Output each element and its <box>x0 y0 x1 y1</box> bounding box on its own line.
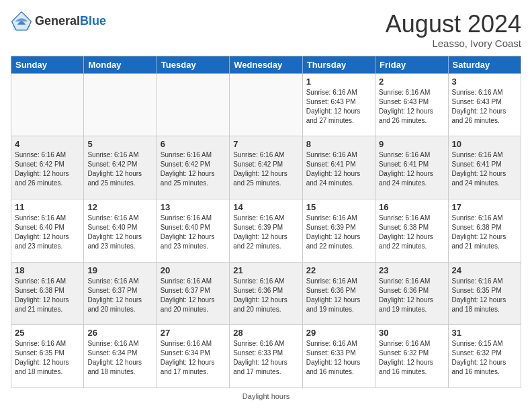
calendar-header-row: Sunday Monday Tuesday Wednesday Thursday… <box>11 56 521 73</box>
day-number: 1 <box>306 77 371 87</box>
location: Leasso, Ivory Coast <box>386 38 521 49</box>
day-info: Sunrise: 6:16 AM Sunset: 6:42 PM Dayligh… <box>87 150 152 188</box>
table-row: 7Sunrise: 6:16 AM Sunset: 6:42 PM Daylig… <box>230 136 302 199</box>
day-number: 18 <box>15 265 80 275</box>
day-info: Sunrise: 6:16 AM Sunset: 6:36 PM Dayligh… <box>379 277 444 314</box>
col-sunday: Sunday <box>11 56 84 73</box>
table-row: 20Sunrise: 6:16 AM Sunset: 6:37 PM Dayli… <box>157 262 229 325</box>
day-info: Sunrise: 6:16 AM Sunset: 6:41 PM Dayligh… <box>379 150 444 188</box>
day-info: Sunrise: 6:16 AM Sunset: 6:32 PM Dayligh… <box>379 339 444 377</box>
calendar-week-row: 18Sunrise: 6:16 AM Sunset: 6:38 PM Dayli… <box>11 262 521 325</box>
day-number: 30 <box>379 328 444 338</box>
day-info: Sunrise: 6:16 AM Sunset: 6:34 PM Dayligh… <box>161 339 226 377</box>
table-row: 5Sunrise: 6:16 AM Sunset: 6:42 PM Daylig… <box>84 136 157 199</box>
table-row: 15Sunrise: 6:16 AM Sunset: 6:39 PM Dayli… <box>302 199 375 262</box>
table-row: 10Sunrise: 6:16 AM Sunset: 6:41 PM Dayli… <box>448 136 521 199</box>
day-number: 19 <box>87 265 152 275</box>
calendar-table: Sunday Monday Tuesday Wednesday Thursday… <box>11 56 521 388</box>
title-block: August 2024 Leasso, Ivory Coast <box>386 11 521 49</box>
table-row: 22Sunrise: 6:16 AM Sunset: 6:36 PM Dayli… <box>302 262 375 325</box>
day-number: 15 <box>306 202 371 212</box>
day-number: 6 <box>161 139 226 149</box>
day-number: 29 <box>306 328 371 338</box>
calendar-week-row: 1Sunrise: 6:16 AM Sunset: 6:43 PM Daylig… <box>11 73 521 136</box>
day-info: Sunrise: 6:16 AM Sunset: 6:38 PM Dayligh… <box>15 277 80 314</box>
table-row: 11Sunrise: 6:16 AM Sunset: 6:40 PM Dayli… <box>11 199 84 262</box>
day-info: Sunrise: 6:16 AM Sunset: 6:42 PM Dayligh… <box>233 150 298 188</box>
table-row: 9Sunrise: 6:16 AM Sunset: 6:41 PM Daylig… <box>375 136 448 199</box>
day-info: Sunrise: 6:16 AM Sunset: 6:43 PM Dayligh… <box>452 88 517 126</box>
table-row: 23Sunrise: 6:16 AM Sunset: 6:36 PM Dayli… <box>375 262 448 325</box>
table-row: 14Sunrise: 6:16 AM Sunset: 6:39 PM Dayli… <box>230 199 302 262</box>
day-info: Sunrise: 6:16 AM Sunset: 6:33 PM Dayligh… <box>306 339 371 377</box>
col-thursday: Thursday <box>302 56 375 73</box>
day-info: Sunrise: 6:16 AM Sunset: 6:41 PM Dayligh… <box>452 150 517 188</box>
col-wednesday: Wednesday <box>230 56 302 73</box>
day-number: 25 <box>15 328 80 338</box>
header: GeneralBlue August 2024 Leasso, Ivory Co… <box>11 11 521 49</box>
day-number: 24 <box>452 265 517 275</box>
day-number: 27 <box>161 328 226 338</box>
table-row: 21Sunrise: 6:16 AM Sunset: 6:36 PM Dayli… <box>230 262 302 325</box>
table-row: 28Sunrise: 6:16 AM Sunset: 6:33 PM Dayli… <box>230 325 302 388</box>
day-info: Sunrise: 6:16 AM Sunset: 6:38 PM Dayligh… <box>379 214 444 251</box>
day-number: 9 <box>379 139 444 149</box>
table-row: 16Sunrise: 6:16 AM Sunset: 6:38 PM Dayli… <box>375 199 448 262</box>
table-row: 26Sunrise: 6:16 AM Sunset: 6:34 PM Dayli… <box>84 325 157 388</box>
footer: Daylight hours <box>11 392 521 400</box>
day-number: 10 <box>452 139 517 149</box>
col-saturday: Saturday <box>448 56 521 73</box>
day-info: Sunrise: 6:16 AM Sunset: 6:39 PM Dayligh… <box>306 214 371 251</box>
day-info: Sunrise: 6:16 AM Sunset: 6:37 PM Dayligh… <box>87 277 152 314</box>
day-number: 8 <box>306 139 371 149</box>
table-row: 4Sunrise: 6:16 AM Sunset: 6:42 PM Daylig… <box>11 136 84 199</box>
table-row: 13Sunrise: 6:16 AM Sunset: 6:40 PM Dayli… <box>157 199 229 262</box>
day-info: Sunrise: 6:16 AM Sunset: 6:43 PM Dayligh… <box>306 88 371 126</box>
day-number: 14 <box>233 202 298 212</box>
table-row: 29Sunrise: 6:16 AM Sunset: 6:33 PM Dayli… <box>302 325 375 388</box>
day-number: 2 <box>379 77 444 87</box>
day-number: 17 <box>452 202 517 212</box>
day-number: 20 <box>161 265 226 275</box>
table-row: 3Sunrise: 6:16 AM Sunset: 6:43 PM Daylig… <box>448 73 521 136</box>
table-row: 12Sunrise: 6:16 AM Sunset: 6:40 PM Dayli… <box>84 199 157 262</box>
page: GeneralBlue August 2024 Leasso, Ivory Co… <box>0 0 532 411</box>
table-row: 8Sunrise: 6:16 AM Sunset: 6:41 PM Daylig… <box>302 136 375 199</box>
day-number: 7 <box>233 139 298 149</box>
logo: GeneralBlue <box>11 11 106 32</box>
col-monday: Monday <box>84 56 157 73</box>
day-info: Sunrise: 6:16 AM Sunset: 6:38 PM Dayligh… <box>452 214 517 251</box>
table-row: 31Sunrise: 6:15 AM Sunset: 6:32 PM Dayli… <box>448 325 521 388</box>
table-row: 6Sunrise: 6:16 AM Sunset: 6:42 PM Daylig… <box>157 136 229 199</box>
day-number: 23 <box>379 265 444 275</box>
table-row <box>157 73 229 136</box>
table-row: 25Sunrise: 6:16 AM Sunset: 6:35 PM Dayli… <box>11 325 84 388</box>
footer-label: Daylight hours <box>242 392 290 400</box>
day-number: 31 <box>452 328 517 338</box>
day-number: 11 <box>15 202 80 212</box>
logo-icon <box>11 11 32 32</box>
day-info: Sunrise: 6:16 AM Sunset: 6:41 PM Dayligh… <box>306 150 371 188</box>
day-number: 5 <box>87 139 152 149</box>
table-row: 19Sunrise: 6:16 AM Sunset: 6:37 PM Dayli… <box>84 262 157 325</box>
day-info: Sunrise: 6:16 AM Sunset: 6:35 PM Dayligh… <box>15 339 80 377</box>
day-info: Sunrise: 6:16 AM Sunset: 6:42 PM Dayligh… <box>161 150 226 188</box>
table-row <box>11 73 84 136</box>
day-number: 12 <box>87 202 152 212</box>
table-row: 24Sunrise: 6:16 AM Sunset: 6:35 PM Dayli… <box>448 262 521 325</box>
day-info: Sunrise: 6:16 AM Sunset: 6:42 PM Dayligh… <box>15 150 80 188</box>
day-info: Sunrise: 6:16 AM Sunset: 6:43 PM Dayligh… <box>379 88 444 126</box>
day-info: Sunrise: 6:15 AM Sunset: 6:32 PM Dayligh… <box>452 339 517 377</box>
day-number: 28 <box>233 328 298 338</box>
day-info: Sunrise: 6:16 AM Sunset: 6:37 PM Dayligh… <box>161 277 226 314</box>
day-number: 13 <box>161 202 226 212</box>
day-number: 21 <box>233 265 298 275</box>
table-row: 2Sunrise: 6:16 AM Sunset: 6:43 PM Daylig… <box>375 73 448 136</box>
day-info: Sunrise: 6:16 AM Sunset: 6:40 PM Dayligh… <box>161 214 226 251</box>
day-number: 22 <box>306 265 371 275</box>
day-number: 3 <box>452 77 517 87</box>
calendar-week-row: 11Sunrise: 6:16 AM Sunset: 6:40 PM Dayli… <box>11 199 521 262</box>
day-info: Sunrise: 6:16 AM Sunset: 6:40 PM Dayligh… <box>87 214 152 251</box>
table-row: 18Sunrise: 6:16 AM Sunset: 6:38 PM Dayli… <box>11 262 84 325</box>
day-info: Sunrise: 6:16 AM Sunset: 6:39 PM Dayligh… <box>233 214 298 251</box>
